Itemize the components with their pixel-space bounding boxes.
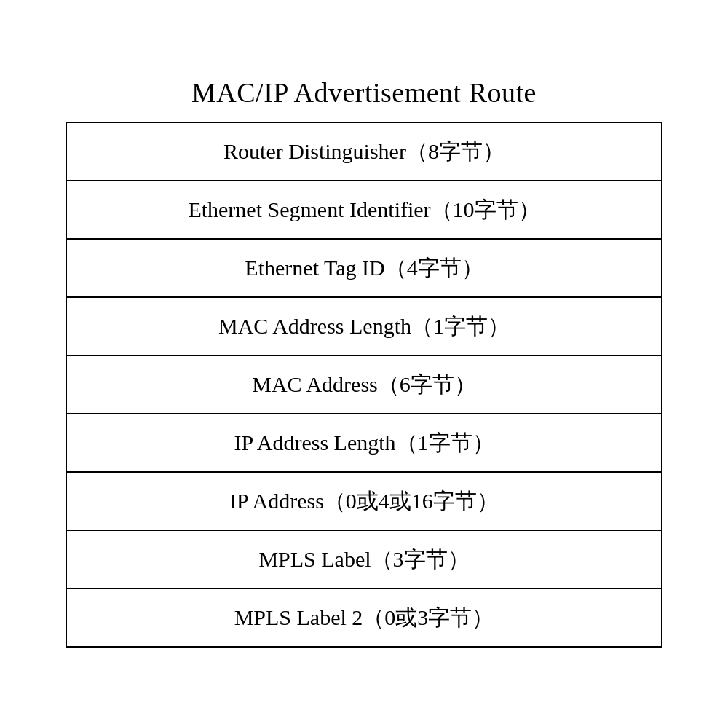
table-cell-6: IP Address（0或4或16字节）: [66, 472, 662, 530]
table-cell-8: MPLS Label 2（0或3字节）: [66, 589, 662, 647]
route-table: Router Distinguisher（8字节）Ethernet Segmen…: [66, 122, 662, 648]
table-row: MAC Address（6字节）: [66, 355, 662, 414]
table-cell-4: MAC Address（6字节）: [66, 355, 662, 414]
table-cell-0: Router Distinguisher（8字节）: [66, 122, 662, 181]
table-row: MAC Address Length（1字节）: [66, 297, 662, 355]
page-title: MAC/IP Advertisement Route: [191, 76, 537, 109]
table-row: Router Distinguisher（8字节）: [66, 122, 662, 181]
table-row: MPLS Label 2（0或3字节）: [66, 589, 662, 647]
table-row: IP Address Length（1字节）: [66, 414, 662, 472]
table-cell-1: Ethernet Segment Identifier（10字节）: [66, 181, 662, 239]
table-row: Ethernet Segment Identifier（10字节）: [66, 181, 662, 239]
table-cell-7: MPLS Label（3字节）: [66, 530, 662, 589]
table-row: IP Address（0或4或16字节）: [66, 472, 662, 530]
table-cell-3: MAC Address Length（1字节）: [66, 297, 662, 355]
table-cell-5: IP Address Length（1字节）: [66, 414, 662, 472]
table-row: MPLS Label（3字节）: [66, 530, 662, 589]
main-container: MAC/IP Advertisement Route Router Distin…: [66, 76, 662, 648]
table-row: Ethernet Tag ID（4字节）: [66, 239, 662, 297]
table-cell-2: Ethernet Tag ID（4字节）: [66, 239, 662, 297]
